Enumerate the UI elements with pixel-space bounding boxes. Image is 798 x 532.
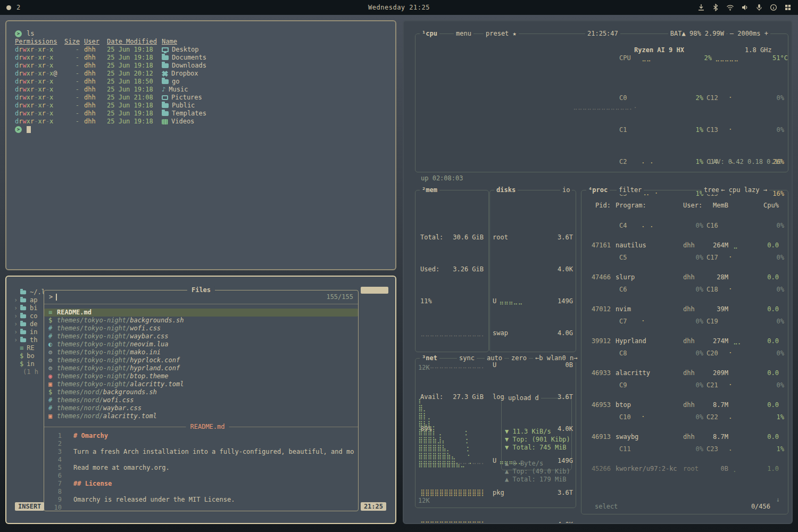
process-row[interactable]: 47466 slurp dhh 28M 0.0 xyxy=(585,273,786,281)
file-name: waybar.css xyxy=(103,404,142,412)
entry-name[interactable]: Templates xyxy=(162,110,391,118)
bluetooth-icon[interactable] xyxy=(712,4,719,11)
net-speed-stats: ▼ 11.3 KiB/s▼ Top: (901 Kibp)▼ Total: 74… xyxy=(505,404,569,484)
picker-result-item[interactable]: themes/tokyo-night/ wofi.css xyxy=(44,325,358,332)
btop-window[interactable]: ¹cpu menu preset ★ 21:25:47 BAT▲ 98% 2.9… xyxy=(403,20,793,524)
picker-result-item[interactable]: themes/tokyo-night/ mako.ini xyxy=(44,348,358,356)
header-user[interactable]: User: xyxy=(683,202,702,210)
process-row[interactable]: 47012 nvim dhh 39M 0.0 xyxy=(585,305,786,313)
entry-name[interactable]: Documents xyxy=(162,54,391,62)
process-row[interactable]: 45266 kworker/u97:2-kc root 0B ⡀ 1.0 xyxy=(585,465,786,473)
net-box-title[interactable]: ³net xyxy=(420,354,439,362)
proc-box-title[interactable]: ⁴proc xyxy=(586,186,610,194)
picker-result-item[interactable]: themes/tokyo-night/ neovim.lua xyxy=(44,340,358,348)
process-row[interactable]: 46913 swaybg dhh 8.7M 0.0 xyxy=(585,433,786,441)
file-name: alacritty.toml xyxy=(130,380,184,388)
header-program[interactable]: Program: xyxy=(616,202,678,210)
entry-icon xyxy=(162,71,168,77)
header-memb[interactable]: MemB xyxy=(707,202,728,210)
scroll-down-indicator[interactable]: ↓ xyxy=(776,496,780,504)
picker-result-item[interactable]: themes/tokyo-night/ alacritty.toml xyxy=(44,380,358,388)
entry-name[interactable]: Pictures xyxy=(162,94,391,102)
net-auto-button[interactable]: auto xyxy=(485,354,504,362)
picker-result-item[interactable]: README.md xyxy=(44,309,358,317)
preview-title: README.md xyxy=(186,423,229,431)
process-row[interactable]: 46933 alacritty dhh 209M 0.0 xyxy=(585,369,786,377)
picker-result-item[interactable]: themes/nord/ wofi.css xyxy=(44,396,358,404)
entry-name[interactable]: Desktop xyxy=(162,46,391,54)
preview-line: 1 # Omarchy xyxy=(51,432,358,440)
net-interface-selector[interactable]: ←b wlan0 n→ xyxy=(533,354,579,362)
line-text: ## License xyxy=(73,480,112,488)
picker-result-item[interactable]: themes/nord/ backgrounds.sh xyxy=(44,388,358,396)
entry-name[interactable]: Downloads xyxy=(162,62,391,70)
owner: dhh xyxy=(84,102,102,110)
neovim-window[interactable]: ~/.l › ap › bi › co › de xyxy=(5,276,396,524)
process-cpu-graph: ⣀⡀ xyxy=(733,337,754,345)
update-interval-control[interactable]: — 2000ms + xyxy=(728,30,770,38)
process-row[interactable]: 46953 btop dhh 8.7M 0.0 xyxy=(585,401,786,409)
filter-button[interactable]: filter xyxy=(617,186,644,194)
microphone-icon[interactable] xyxy=(755,4,763,11)
picker-cursor xyxy=(56,294,57,301)
workspace-number[interactable]: 2 xyxy=(16,4,20,12)
permissions: drwxr-xr-x xyxy=(15,102,60,110)
chevron-icon: › xyxy=(14,336,20,344)
sort-selector[interactable]: ← cpu lazy → xyxy=(719,186,769,194)
workspace-icon[interactable] xyxy=(6,5,11,10)
net-panel-title[interactable]: upload d xyxy=(506,394,541,402)
picker-result-item[interactable]: themes/nord/ waybar.css xyxy=(44,404,358,412)
menu-button[interactable]: menu xyxy=(454,30,473,38)
shell-prompt-empty[interactable] xyxy=(15,126,31,133)
entry-name[interactable]: Dropbox xyxy=(162,70,391,78)
disks-box-title[interactable]: disks xyxy=(494,186,518,194)
picker-result-item[interactable]: themes/tokyo-night/ backgrounds.sh xyxy=(44,317,358,325)
net-download-graph: ⡆⣿⡀⣿⡇⡀⣿⣧⣇⡀⣿⣿⣿⡇⢀ ⡂⣿⣿⣿⣷⣸⡄ ⡂⣿⣿⣿⣿⣿⣧⡀ ⡂⣿⣿⣿⣿⣿⣿… xyxy=(418,372,473,468)
terminal-window-ls[interactable]: ls Permissions Size User Date Modified N… xyxy=(5,20,396,270)
entry-name[interactable]: go xyxy=(162,78,391,86)
wifi-icon[interactable] xyxy=(726,4,734,11)
cpu-box-title[interactable]: ¹cpu xyxy=(420,30,439,38)
picker-result-item[interactable]: themes/tokyo-night/ waybar.css xyxy=(44,332,358,340)
disk-label: U xyxy=(493,361,496,369)
permissions: drwxr-xr-x xyxy=(15,110,60,118)
updates-download-icon[interactable] xyxy=(697,4,705,11)
info-icon[interactable] xyxy=(770,4,777,11)
proc-footer-select[interactable]: select xyxy=(593,503,620,511)
volume-icon[interactable] xyxy=(741,4,749,11)
app-grid-icon[interactable] xyxy=(784,4,792,11)
picker-result-item[interactable]: themes/tokyo-night/ hyprland.conf xyxy=(44,364,358,372)
clock[interactable]: Wednesday 21:25 xyxy=(368,4,430,12)
mem-label: Total: xyxy=(420,234,443,242)
process-cpu-graph xyxy=(733,401,754,409)
entry-name[interactable]: Public xyxy=(162,102,391,110)
size: - xyxy=(64,102,79,110)
entry-icon xyxy=(162,111,169,116)
entry-name[interactable]: Music xyxy=(162,86,391,94)
file-name: mako.ini xyxy=(130,348,161,356)
workspace-indicator[interactable]: 2 xyxy=(6,4,20,12)
header-pid[interactable]: Pid: xyxy=(585,202,611,210)
path-prefix: themes/tokyo-night/ xyxy=(57,317,130,325)
header-name: Name xyxy=(162,38,391,46)
picker-result-item[interactable]: themes/tokyo-night/ hyprlock.conf xyxy=(44,356,358,364)
picker-result-item[interactable]: themes/tokyo-night/ btop.theme xyxy=(44,372,358,380)
picker-search-input[interactable]: > 155/155 xyxy=(44,290,358,304)
net-sync-button[interactable]: sync xyxy=(457,354,477,362)
core-name: C1 xyxy=(619,126,638,134)
entry-name[interactable]: Videos xyxy=(162,118,391,126)
picker-result-item[interactable]: themes/nord/ alacritty.toml xyxy=(44,412,358,420)
load-average: LAV: 0.42 0.18 0.10 xyxy=(619,158,782,166)
picker-scrollbar[interactable] xyxy=(361,287,388,294)
net-graph-line: ⣿⡀ xyxy=(418,404,473,412)
process-row[interactable]: 47161 nautilus dhh 264M ⣀ 0.0 xyxy=(585,242,786,250)
mem-box-title[interactable]: ²mem xyxy=(420,186,439,194)
process-row[interactable]: 39912 Hyprland dhh 274M ⣀⡀ 0.0 xyxy=(585,337,786,345)
preset-button[interactable]: preset ★ xyxy=(484,30,519,38)
header-cpu[interactable]: Cpu% xyxy=(759,202,779,210)
cpu-temperature: 51°C xyxy=(764,54,788,62)
net-zero-button[interactable]: zero xyxy=(509,354,529,362)
ls-row: drwxr-xr-x - dhh 25 Jun 19:18 Downloads xyxy=(15,62,391,70)
core-row: C0 2% C12 ⠂ 0% xyxy=(619,94,782,102)
io-mode-button[interactable]: io xyxy=(560,186,572,194)
